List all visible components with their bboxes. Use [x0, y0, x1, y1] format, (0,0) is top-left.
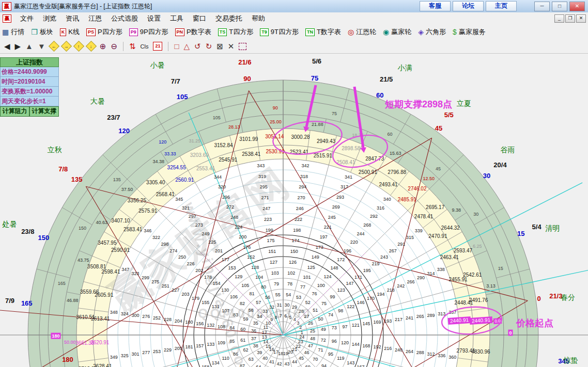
support-ring-value: 2485.91: [398, 197, 417, 202]
spiral-number: 266: [407, 279, 415, 284]
zoom-out-icon[interactable]: ⊖: [111, 42, 117, 51]
spiral-number: 227: [172, 288, 179, 293]
spiral-number: 339: [415, 228, 423, 233]
spiral-number: 80: [261, 284, 266, 290]
menu-窗口[interactable]: 窗口: [188, 13, 211, 24]
toolbar-江恩轮[interactable]: ◎江恩轮: [348, 27, 376, 37]
spiral-number: 293: [336, 195, 344, 200]
menu-文件[interactable]: 文件: [16, 13, 38, 24]
spiral-number: 325: [121, 353, 129, 358]
move-left-icon[interactable]: ←: [49, 41, 59, 52]
spiral-number: 176: [243, 245, 251, 250]
spiral-number: 96: [332, 339, 337, 344]
spiral-number: 320: [218, 184, 226, 189]
cls-icon[interactable]: Cls: [141, 42, 149, 51]
forum-link-button[interactable]: 论坛: [453, 1, 484, 11]
menu-资讯[interactable]: 资讯: [61, 13, 84, 24]
spiral-number: 53: [296, 295, 301, 300]
toolbar-T四方形[interactable]: TST四方形: [218, 27, 253, 37]
toolbar-9P四方形[interactable]: P99P四方形: [129, 27, 168, 37]
spiral-number: 102: [287, 270, 295, 276]
date-label: 20/4: [493, 161, 507, 169]
spiral-number: 158: [202, 364, 209, 367]
toolbar-P数字表[interactable]: PNP数字表: [175, 27, 211, 37]
converge-icon[interactable]: ✕: [228, 42, 235, 51]
time-field[interactable]: 时间=20190104: [0, 77, 59, 87]
toolbar-K线[interactable]: KK线: [60, 27, 80, 37]
menu-工具[interactable]: 工具: [165, 13, 188, 24]
home-link-button[interactable]: 主页: [486, 1, 517, 11]
move-right-icon[interactable]: →: [61, 41, 72, 52]
toolbar-行情[interactable]: ▦行情: [2, 27, 24, 37]
spiral-number: 78: [287, 281, 292, 286]
toolbar-P四方形[interactable]: PSP四方形: [86, 27, 122, 37]
toolbar-六角形[interactable]: ◈六角形: [418, 27, 446, 37]
menu-公式选股[interactable]: 公式选股: [106, 13, 143, 24]
spiral-number: 131: [212, 304, 220, 309]
toolbar-separator: [168, 42, 168, 51]
rotate-cw-icon[interactable]: ↻: [206, 42, 212, 51]
menu-设置[interactable]: 设置: [143, 13, 165, 24]
boxed-x-icon[interactable]: ⊠: [216, 42, 223, 51]
menu-帮助[interactable]: 帮助: [247, 13, 270, 24]
spiral-number: 18: [278, 351, 283, 356]
date-label: 21/5: [380, 75, 393, 83]
spiral-number: 69: [305, 364, 311, 367]
degree-ring-value: 105: [213, 115, 221, 120]
move-up-icon[interactable]: ↑: [73, 41, 84, 52]
up-tri-icon[interactable]: ▲: [25, 42, 33, 51]
spiral-number: 128: [251, 265, 259, 270]
rotate-ccw-icon[interactable]: ↺: [194, 42, 201, 51]
hexagon-icon: ◈: [418, 28, 424, 36]
price-ring-value: 3000.28: [291, 134, 310, 140]
coefficient-field[interactable]: 变换系数=1.00000: [0, 87, 59, 97]
calendar-icon[interactable]: 21: [153, 42, 162, 51]
spiral-number: 243: [380, 254, 388, 260]
calc-resistance-button[interactable]: 计算阻力: [0, 106, 29, 117]
degree-ring-highlight: 0: [509, 330, 512, 336]
price-field[interactable]: 价格=2440.9099: [0, 67, 59, 77]
move-down-icon[interactable]: ↓: [86, 41, 97, 52]
spiral-number: 77: [300, 284, 305, 290]
toolbar-赢家轮[interactable]: ◉赢家轮: [383, 27, 411, 37]
toolbar-9T四方形[interactable]: T99T四方形: [260, 27, 299, 37]
child-close-button[interactable]: ✕: [576, 14, 586, 23]
spiral-number: 264: [406, 349, 413, 354]
menu-交易委托[interactable]: 交易委托: [211, 13, 247, 24]
rect-tool-icon[interactable]: □: [174, 42, 179, 51]
spiral-number: 268: [363, 222, 371, 228]
dashed-rect-icon[interactable]: [239, 43, 246, 50]
spiral-number: 195: [363, 268, 371, 273]
triangle-tool-icon[interactable]: △: [184, 42, 190, 51]
gann-wheel-svg: 赢家财富网www.yingjia360.comQQ:10080036012345…: [0, 57, 588, 367]
zoom-in-icon[interactable]: ⊕: [100, 42, 106, 51]
close-button[interactable]: ✕: [569, 2, 585, 11]
next-icon[interactable]: ▶: [15, 42, 21, 51]
prev-icon[interactable]: ◀: [4, 42, 10, 51]
toolbar-赢家服务[interactable]: $赢家服务: [453, 27, 486, 37]
spiral-number: 217: [395, 317, 403, 322]
child-minimize-button[interactable]: _: [554, 14, 564, 23]
maximize-button[interactable]: □: [552, 2, 567, 11]
spiral-number: 120: [341, 340, 349, 345]
spiral-number: 349: [110, 355, 118, 360]
minimize-button[interactable]: ─: [534, 2, 550, 11]
percent-ring-value: 25.00: [270, 119, 282, 124]
support-link-button[interactable]: 客服: [420, 1, 451, 11]
updown-icon[interactable]: ⇅: [129, 42, 136, 51]
spiral-number: 149: [312, 254, 319, 260]
spiral-number: 107: [222, 308, 229, 313]
toolbar-T数字表[interactable]: TNT数字表: [305, 27, 341, 37]
spiral-number: 27: [304, 314, 310, 319]
down-tri-icon[interactable]: ▼: [38, 42, 45, 51]
gann-wheel-canvas[interactable]: 赢家财富网www.yingjia360.comQQ:10080036012345…: [0, 57, 588, 367]
toolbar-板块[interactable]: ❒板块: [31, 27, 53, 37]
child-restore-button[interactable]: ❐: [565, 14, 575, 23]
menu-江恩[interactable]: 江恩: [84, 13, 106, 24]
spiral-number: 37: [251, 336, 256, 341]
price-ring-value: 3610.51: [76, 314, 95, 320]
calc-support-button[interactable]: 计算支撑: [29, 106, 59, 117]
step-field[interactable]: 周天变化步长=1: [0, 97, 59, 106]
spiral-number: 60: [240, 327, 245, 332]
menu-浏览[interactable]: 浏览: [38, 13, 61, 24]
